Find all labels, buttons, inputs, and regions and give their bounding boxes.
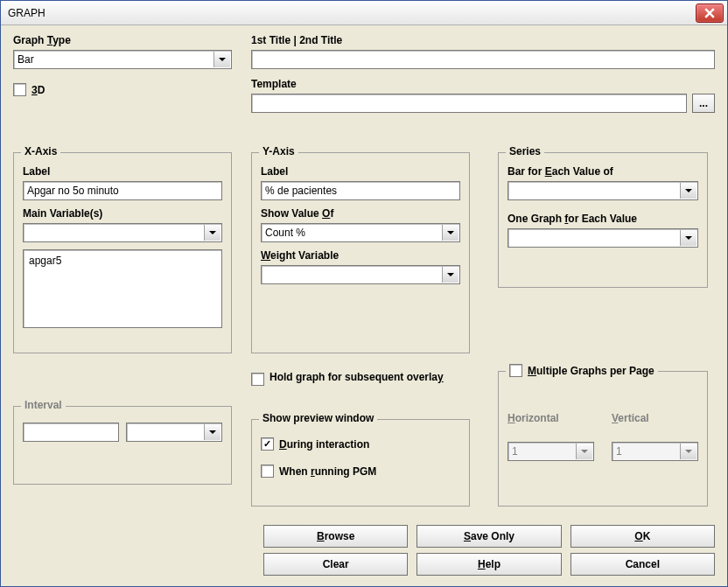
multiple-graphs-checkbox[interactable]: Multiple Graphs per Page <box>506 364 658 377</box>
xaxis-mainvar-label: Main Variable(s) <box>23 207 102 220</box>
button-row-2: Clear Help Cancel <box>263 553 715 576</box>
checkbox-icon <box>261 465 274 478</box>
chevron-down-icon <box>214 52 230 67</box>
button-row-1: Browse Save Only OK <box>263 525 715 548</box>
graph-type-combo[interactable]: Bar <box>13 50 232 69</box>
list-item[interactable]: apgar5 <box>27 254 218 268</box>
chevron-down-icon <box>680 444 696 459</box>
chevron-down-icon <box>204 424 220 440</box>
horizontal-combo: 1 <box>508 442 594 461</box>
template-browse-button[interactable]: ... <box>692 94 715 113</box>
interval-start-input[interactable] <box>23 423 119 442</box>
xaxis-variable-list[interactable]: apgar5 <box>23 249 222 328</box>
interval-combo[interactable] <box>126 423 222 442</box>
checkbox-icon <box>509 364 522 377</box>
graph-type-value: Bar <box>18 53 34 66</box>
chevron-down-icon <box>442 267 458 283</box>
titles-input[interactable] <box>251 50 715 69</box>
series-onegraph-label: One Graph for Each Value <box>508 213 637 225</box>
horizontal-label: Horizontal <box>508 412 559 424</box>
multiple-graphs-label: Multiple Graphs per Page <box>528 365 654 377</box>
chevron-down-icon <box>680 230 696 246</box>
when-running-pgm-label: When running PGM <box>279 465 376 478</box>
dialog-body: Graph Type Bar 3D 1st Title | 2nd Title <box>1 25 727 586</box>
series-onegraph-combo[interactable] <box>508 228 698 248</box>
xaxis-label-input[interactable]: Apgar no 5o minuto <box>23 181 222 200</box>
interval-legend: Interval <box>21 399 66 411</box>
when-running-pgm-checkbox[interactable]: When running PGM <box>261 465 376 478</box>
series-legend: Series <box>506 145 544 157</box>
chevron-down-icon <box>442 225 458 241</box>
chevron-down-icon <box>204 225 220 241</box>
series-barfor-combo[interactable] <box>508 181 698 200</box>
vertical-label: Vertical <box>612 412 649 424</box>
titlebar: GRAPH <box>1 1 727 25</box>
save-only-button[interactable]: Save Only <box>416 525 561 548</box>
3d-label: 3D <box>32 84 45 96</box>
clear-button[interactable]: Clear <box>263 553 408 576</box>
yaxis-weight-label: Weight Variable <box>261 249 339 262</box>
yaxis-showvalue-label: Show Value Of <box>261 207 333 220</box>
titles-label: 1st Title | 2nd Title <box>251 34 342 46</box>
xaxis-mainvar-combo[interactable] <box>23 223 222 242</box>
checkbox-icon <box>251 373 264 386</box>
hold-overlay-label: Hold graph for subsequent overlay <box>270 371 444 383</box>
template-input[interactable] <box>251 94 687 113</box>
vertical-combo: 1 <box>612 442 698 461</box>
checkbox-icon <box>261 437 274 451</box>
browse-button[interactable]: Browse <box>263 525 408 548</box>
graph-dialog: GRAPH Graph Type Bar 3D <box>0 0 728 587</box>
xaxis-legend: X-Axis <box>21 145 60 157</box>
template-label: Template <box>251 78 297 90</box>
xaxis-label-label: Label <box>23 165 50 178</box>
yaxis-label-input[interactable]: % de pacientes <box>261 181 460 200</box>
3d-checkbox[interactable]: 3D <box>13 83 45 96</box>
chevron-down-icon <box>576 444 592 459</box>
yaxis-showvalue-combo[interactable]: Count % <box>261 223 460 242</box>
graph-type-label: Graph Type <box>13 34 71 46</box>
ok-button[interactable]: OK <box>570 525 715 548</box>
help-button[interactable]: Help <box>416 553 561 576</box>
preview-legend: Show preview window <box>259 412 377 424</box>
yaxis-weight-combo[interactable] <box>261 265 460 284</box>
close-icon[interactable] <box>696 3 724 23</box>
yaxis-legend: Y-Axis <box>259 145 298 157</box>
hold-overlay-checkbox[interactable]: Hold graph for subsequent overlay <box>251 371 444 386</box>
window-title: GRAPH <box>8 7 46 19</box>
series-barfor-label: Bar for Each Value of <box>508 165 613 178</box>
yaxis-label-label: Label <box>261 165 288 178</box>
chevron-down-icon <box>680 183 696 199</box>
checkbox-icon <box>13 83 26 96</box>
cancel-button[interactable]: Cancel <box>570 553 715 576</box>
during-interaction-label: During interaction <box>279 438 369 451</box>
during-interaction-checkbox[interactable]: During interaction <box>261 437 369 451</box>
